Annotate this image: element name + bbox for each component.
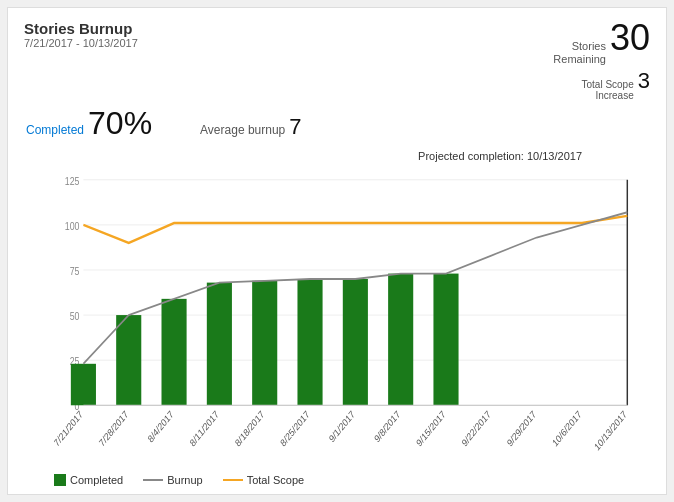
svg-text:75: 75 bbox=[70, 265, 80, 277]
svg-text:7/28/2017: 7/28/2017 bbox=[98, 409, 130, 449]
legend-completed-label: Completed bbox=[70, 474, 123, 486]
metric-completed: Completed 70% bbox=[26, 105, 152, 142]
legend-total-scope-label: Total Scope bbox=[247, 474, 304, 486]
legend-burnup-line bbox=[143, 479, 163, 481]
stories-remaining-label: StoriesRemaining bbox=[553, 40, 606, 66]
svg-rect-16 bbox=[207, 283, 232, 406]
projected-label: Projected completion: 10/13/2017 bbox=[418, 150, 582, 162]
date-range: 7/21/2017 - 10/13/2017 bbox=[24, 37, 138, 49]
legend-burnup-label: Burnup bbox=[167, 474, 202, 486]
avg-burnup-label: Average burnup bbox=[200, 123, 285, 137]
total-scope-increase: Total ScopeIncrease 3 bbox=[581, 68, 650, 101]
svg-rect-20 bbox=[388, 274, 413, 406]
svg-rect-18 bbox=[297, 279, 322, 405]
svg-text:10/6/2017: 10/6/2017 bbox=[551, 409, 583, 449]
svg-text:8/4/2017: 8/4/2017 bbox=[146, 409, 175, 445]
svg-text:8/25/2017: 8/25/2017 bbox=[279, 409, 311, 449]
chart-svg: 02550751001257/21/20177/28/20178/4/20178… bbox=[54, 146, 642, 472]
legend-burnup: Burnup bbox=[143, 474, 202, 486]
svg-rect-14 bbox=[116, 315, 141, 405]
total-scope-value: 3 bbox=[638, 68, 650, 94]
title-block: Stories Burnup 7/21/2017 - 10/13/2017 bbox=[24, 20, 138, 49]
svg-rect-15 bbox=[161, 299, 186, 405]
stories-burnup-card: Stories Burnup 7/21/2017 - 10/13/2017 St… bbox=[7, 7, 667, 495]
legend-total-scope: Total Scope bbox=[223, 474, 304, 486]
svg-text:10/13/2017: 10/13/2017 bbox=[593, 409, 629, 453]
completed-value: 70% bbox=[88, 105, 152, 142]
legend-completed-box bbox=[54, 474, 66, 486]
svg-text:7/21/2017: 7/21/2017 bbox=[54, 409, 85, 449]
svg-text:9/29/2017: 9/29/2017 bbox=[505, 409, 537, 449]
svg-text:9/15/2017: 9/15/2017 bbox=[415, 409, 447, 449]
metrics-row: Completed 70% Average burnup 7 bbox=[24, 105, 650, 142]
svg-text:9/8/2017: 9/8/2017 bbox=[373, 409, 402, 445]
svg-text:125: 125 bbox=[65, 175, 80, 187]
stories-remaining: StoriesRemaining 30 bbox=[553, 20, 650, 66]
svg-text:9/1/2017: 9/1/2017 bbox=[327, 409, 356, 445]
svg-rect-13 bbox=[71, 364, 96, 405]
legend: Completed Burnup Total Scope bbox=[24, 474, 650, 486]
svg-text:8/18/2017: 8/18/2017 bbox=[233, 409, 265, 449]
svg-rect-19 bbox=[343, 279, 368, 405]
chart-title: Stories Burnup bbox=[24, 20, 138, 37]
stats-right: StoriesRemaining 30 Total ScopeIncrease … bbox=[553, 20, 650, 101]
completed-label: Completed bbox=[26, 123, 84, 137]
svg-text:8/11/2017: 8/11/2017 bbox=[188, 409, 220, 449]
legend-total-scope-line bbox=[223, 479, 243, 481]
svg-text:9/22/2017: 9/22/2017 bbox=[460, 409, 492, 449]
stories-remaining-value: 30 bbox=[610, 20, 650, 56]
svg-rect-21 bbox=[433, 274, 458, 406]
metric-avg-burnup: Average burnup 7 bbox=[200, 114, 301, 140]
card-header: Stories Burnup 7/21/2017 - 10/13/2017 St… bbox=[24, 20, 650, 101]
svg-text:50: 50 bbox=[70, 310, 80, 322]
svg-rect-17 bbox=[252, 281, 277, 405]
chart-area: Projected completion: 10/13/2017 0255075… bbox=[54, 146, 642, 472]
svg-text:100: 100 bbox=[65, 220, 80, 232]
avg-burnup-value: 7 bbox=[289, 114, 301, 140]
total-scope-label: Total ScopeIncrease bbox=[581, 79, 633, 101]
legend-completed: Completed bbox=[54, 474, 123, 486]
